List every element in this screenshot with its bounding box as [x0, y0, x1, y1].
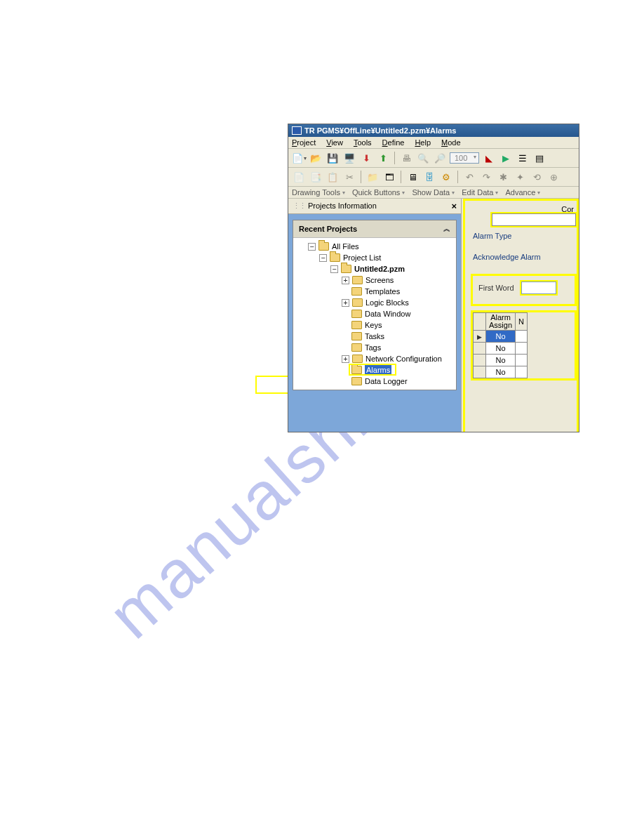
alarm-table-section: AlarmAssign N No No No No: [471, 310, 577, 380]
folder-icon[interactable]: 📁: [365, 170, 380, 184]
alarm-assign-table: AlarmAssign N No No No No: [473, 312, 528, 378]
tree-keys[interactable]: Keys: [295, 319, 454, 331]
corner-label: Cor: [561, 205, 574, 213]
zoom-out-button[interactable]: 🔎: [433, 151, 447, 165]
dd-edit-data[interactable]: Edit Data: [462, 188, 498, 197]
folder-icon: [352, 276, 363, 284]
recent-projects-header[interactable]: Recent Projects ︽: [293, 220, 456, 238]
panel-title: Projects Information: [308, 201, 377, 210]
tool-d-icon[interactable]: ⊕: [546, 170, 561, 184]
menu-project[interactable]: Project: [292, 138, 316, 147]
alarm-type-label: Alarm Type: [473, 232, 577, 240]
folder-icon: [318, 242, 329, 251]
run-icon[interactable]: ◣: [482, 151, 496, 165]
folder-icon: [351, 343, 362, 352]
tool-a-icon[interactable]: ✱: [496, 170, 510, 184]
zoom-combo[interactable]: 100: [450, 152, 479, 164]
tree-tasks[interactable]: Tasks: [295, 331, 454, 342]
redo-icon[interactable]: ↷: [479, 170, 493, 184]
dd-show-data[interactable]: Show Data: [412, 188, 455, 197]
dd-drawing-tools[interactable]: Drawing Tools: [292, 188, 345, 197]
table-row[interactable]: No: [474, 343, 528, 355]
print-button[interactable]: 🖶: [399, 151, 413, 165]
tree-all-files[interactable]: −All Files: [295, 241, 454, 252]
col-alarm-assign: AlarmAssign: [486, 313, 516, 331]
doc-icon[interactable]: 📄: [292, 170, 306, 184]
first-word-label: First Word: [478, 284, 514, 292]
folder-icon: [352, 298, 363, 307]
new-button[interactable]: 📄: [292, 151, 306, 165]
tree-templates[interactable]: Templates: [295, 286, 454, 297]
tree-data-window[interactable]: Data Window: [295, 308, 454, 319]
row-selector-header: [474, 313, 486, 331]
db-icon[interactable]: 🗄: [422, 170, 436, 184]
content-area: ⋮⋮Projects Information × Recent Projects…: [288, 199, 579, 432]
tree-logic-blocks[interactable]: +Logic Blocks: [295, 297, 454, 308]
tree-untitled[interactable]: −Untitled2.pzm: [295, 263, 454, 274]
panel-close-button[interactable]: ×: [451, 201, 457, 211]
open-button[interactable]: 📂: [309, 151, 323, 165]
tree-network-config[interactable]: +Network Configuration: [295, 353, 454, 364]
zoom-in-button[interactable]: 🔍: [416, 151, 430, 165]
tool-b-icon[interactable]: ✦: [513, 170, 527, 184]
tree-screens[interactable]: +Screens: [295, 274, 454, 286]
save-button[interactable]: 💾: [326, 151, 340, 165]
alarm-config-panel: Cor Alarm Type Acknowledge Alarm First W…: [461, 199, 579, 432]
gear-icon[interactable]: ⚙: [439, 170, 453, 184]
panel-frame: Recent Projects ︽ −All Files −Project Li…: [288, 214, 461, 432]
panel-header: ⋮⋮Projects Information ×: [288, 199, 461, 214]
projects-panel: ⋮⋮Projects Information × Recent Projects…: [288, 199, 461, 432]
toolbar-separator-3: [401, 171, 401, 183]
table-row[interactable]: No: [474, 366, 528, 378]
recent-projects-title: Recent Projects: [299, 225, 357, 233]
cell-assign: No: [486, 331, 516, 343]
upload-button[interactable]: ⬆: [376, 151, 390, 165]
tree-data-logger[interactable]: Data Logger: [295, 376, 454, 387]
sim-button[interactable]: ☰: [516, 151, 530, 165]
dd-advance[interactable]: Advance: [505, 188, 540, 197]
menubar: Project View Tools Define Help Mode: [288, 137, 579, 149]
toolbar-separator: [394, 152, 395, 164]
tool-c-icon[interactable]: ⟲: [530, 170, 544, 184]
tree-tags[interactable]: Tags: [295, 342, 454, 353]
window-icon[interactable]: 🗔: [382, 170, 396, 184]
toolbar-separator-4: [457, 171, 458, 183]
copy-icon[interactable]: 📑: [309, 170, 323, 184]
download-button[interactable]: ⬇: [359, 151, 373, 165]
menu-mode[interactable]: Mode: [441, 138, 461, 147]
paste-icon[interactable]: 📋: [326, 170, 340, 184]
right-highlight-frame: Cor Alarm Type Acknowledge Alarm First W…: [463, 199, 579, 432]
tree-alarms-label: Alarms: [365, 364, 391, 376]
toolbar-main: 📄 📂 💾 🖥️ ⬇ ⬆ 🖶 🔍 🔎 100 ◣ ▶ ☰ ▤: [288, 149, 579, 168]
monitor-icon[interactable]: 🖥: [405, 170, 420, 184]
menu-view[interactable]: View: [326, 138, 343, 147]
cell-assign: No: [486, 355, 516, 366]
folder-icon: [351, 366, 362, 374]
tree-project-list[interactable]: −Project List: [295, 252, 454, 263]
app-icon: [292, 126, 302, 135]
ack-alarm-label: Acknowledge Alarm: [473, 253, 577, 261]
project-tree: −All Files −Project List −Untitled2.pzm …: [293, 238, 456, 390]
cell-assign: No: [486, 366, 516, 378]
device-button[interactable]: ▤: [532, 151, 546, 165]
menu-tools[interactable]: Tools: [354, 138, 372, 147]
menu-define[interactable]: Define: [382, 138, 405, 147]
collapse-chevron-icon[interactable]: ︽: [443, 224, 450, 234]
dd-quick-buttons[interactable]: Quick Buttons: [352, 188, 405, 197]
undo-icon[interactable]: ↶: [462, 170, 476, 184]
screens-button[interactable]: 🖥️: [342, 151, 356, 165]
window-title: TR PGMS¥OffLine¥Untitled2.pzm¥Alarms: [304, 126, 456, 135]
app-window: TR PGMS¥OffLine¥Untitled2.pzm¥Alarms Pro…: [288, 124, 579, 432]
menu-help[interactable]: Help: [415, 138, 431, 147]
tree-alarms[interactable]: Alarms: [295, 364, 454, 376]
recent-projects-panel: Recent Projects ︽ −All Files −Project Li…: [293, 220, 457, 390]
table-row[interactable]: No: [474, 331, 528, 343]
first-word-input[interactable]: [521, 282, 556, 294]
cut-icon[interactable]: ✂: [342, 170, 356, 184]
folder-icon: [330, 253, 340, 262]
play-button[interactable]: ▶: [499, 151, 513, 165]
table-row[interactable]: No: [474, 355, 528, 366]
toolbar-separator-2: [361, 171, 361, 183]
titlebar: TR PGMS¥OffLine¥Untitled2.pzm¥Alarms: [288, 124, 579, 137]
folder-icon: [351, 321, 362, 329]
